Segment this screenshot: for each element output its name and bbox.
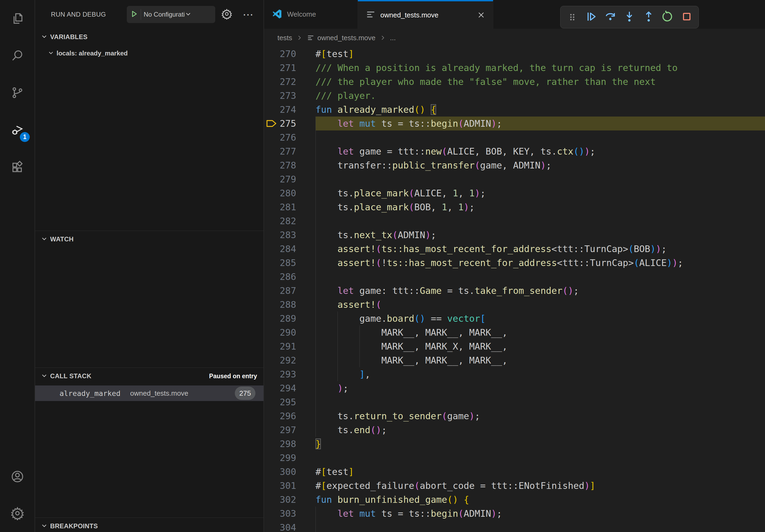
code-line-content[interactable]: /// the player who made the "false" move… <box>316 75 765 89</box>
gutter[interactable]: 290 <box>264 326 316 339</box>
close-icon[interactable] <box>477 11 485 19</box>
gutter[interactable]: 293 <box>264 367 316 381</box>
line-number[interactable]: 271 <box>264 61 316 75</box>
variables-scope-locals[interactable]: locals: already_marked <box>35 46 264 60</box>
line-number[interactable]: 279 <box>264 172 316 186</box>
continue-button[interactable] <box>584 10 598 24</box>
line-number[interactable]: 284 <box>264 242 316 256</box>
code-line-content[interactable] <box>316 131 765 144</box>
code-line-content[interactable]: ts.next_tx(ADMIN); <box>316 228 765 242</box>
code-line-content[interactable] <box>316 270 765 284</box>
gutter[interactable]: 302 <box>264 493 316 507</box>
breakpoints-section-header[interactable]: BREAKPOINTS <box>35 518 264 532</box>
code-line-content[interactable] <box>316 214 765 228</box>
variables-section-header[interactable]: VARIABLES <box>35 29 264 44</box>
gutter[interactable]: 297 <box>264 423 316 437</box>
line-number[interactable]: 288 <box>264 298 316 312</box>
code-line-content[interactable] <box>316 172 765 186</box>
step-out-button[interactable] <box>642 10 656 24</box>
code-line-content[interactable]: let mut ts = ts::begin(ADMIN); <box>316 117 765 131</box>
gutter[interactable]: 275 <box>264 117 316 131</box>
code-line-content[interactable]: fun burn_unfinished_game() { <box>316 493 765 507</box>
code-line-content[interactable]: assert!(ts::has_most_recent_for_address<… <box>316 242 765 256</box>
gutter[interactable]: 270 <box>264 47 316 61</box>
code-line-content[interactable]: #[test] <box>316 465 765 479</box>
gutter[interactable]: 277 <box>264 144 316 158</box>
line-number[interactable]: 291 <box>264 339 316 353</box>
gutter[interactable]: 283 <box>264 228 316 242</box>
gutter[interactable]: 287 <box>264 284 316 298</box>
code-line-content[interactable]: /// When a position is already marked, t… <box>316 61 765 75</box>
line-number[interactable]: 273 <box>264 89 316 103</box>
code-line-content[interactable]: let game = ttt::new(ALICE, BOB, KEY, ts.… <box>316 144 765 158</box>
breadcrumb-item-tests[interactable]: tests <box>278 34 292 42</box>
code-line-content[interactable]: ts.place_mark(ALICE, 1, 1); <box>316 186 765 200</box>
breadcrumb-item-file[interactable]: owned_tests.move <box>318 34 376 42</box>
gutter[interactable]: 294 <box>264 381 316 395</box>
code-line-content[interactable]: let game: ttt::Game = ts.take_from_sende… <box>316 284 765 298</box>
sidebar-item-run-and-debug[interactable]: 1 <box>0 112 35 149</box>
line-number[interactable]: 302 <box>264 493 316 507</box>
code-line-content[interactable]: #[test] <box>316 47 765 61</box>
tab-welcome[interactable]: Welcome <box>264 0 358 29</box>
code-line-content[interactable]: MARK__, MARK__, MARK__, <box>316 353 765 367</box>
line-number[interactable]: 298 <box>264 437 316 451</box>
code-line-content[interactable]: assert!(!ts::has_most_recent_for_address… <box>316 256 765 270</box>
line-number[interactable]: 287 <box>264 284 316 298</box>
line-number[interactable]: 289 <box>264 312 316 326</box>
code-line-content[interactable]: game.board() == vector[ <box>316 312 765 326</box>
debug-configuration-dropdown[interactable]: No Configurations <box>127 6 215 23</box>
line-number[interactable]: 293 <box>264 367 316 381</box>
gutter[interactable]: 285 <box>264 256 316 270</box>
sidebar-item-explorer[interactable] <box>0 0 35 37</box>
line-number[interactable]: 303 <box>264 507 316 520</box>
line-number[interactable]: 290 <box>264 326 316 339</box>
gutter[interactable]: 276 <box>264 131 316 144</box>
code-line-content[interactable]: ts.return_to_sender(game); <box>316 409 765 423</box>
watch-section-header[interactable]: WATCH <box>35 231 264 246</box>
code-line-content[interactable]: transfer::public_transfer(game, ADMIN); <box>316 158 765 172</box>
gutter[interactable]: 303 <box>264 507 316 520</box>
start-debugging-icon[interactable] <box>130 9 139 20</box>
step-into-button[interactable] <box>622 10 636 24</box>
views-more-actions-button[interactable]: ⋯ <box>243 0 253 29</box>
line-number[interactable]: 297 <box>264 423 316 437</box>
line-number[interactable]: 300 <box>264 465 316 479</box>
gutter[interactable]: 281 <box>264 200 316 214</box>
account-button[interactable] <box>0 459 35 495</box>
line-number[interactable]: 282 <box>264 214 316 228</box>
gutter[interactable]: 279 <box>264 172 316 186</box>
gutter[interactable]: 291 <box>264 339 316 353</box>
code-line-content[interactable] <box>316 520 765 532</box>
step-over-button[interactable] <box>603 10 617 24</box>
call-stack-section-header[interactable]: CALL STACK Paused on entry <box>35 368 264 383</box>
code-line-content[interactable]: MARK__, MARK_X, MARK__, <box>316 339 765 353</box>
line-number[interactable]: 272 <box>264 75 316 89</box>
gutter[interactable]: 280 <box>264 186 316 200</box>
line-number[interactable]: 281 <box>264 200 316 214</box>
code-area[interactable]: 270#[test]271/// When a position is alre… <box>264 47 765 532</box>
line-number[interactable]: 285 <box>264 256 316 270</box>
restart-button[interactable] <box>661 10 675 24</box>
code-line-content[interactable]: assert!( <box>316 298 765 312</box>
breadcrumb-item-symbol[interactable]: ... <box>390 34 396 42</box>
gutter[interactable]: 300 <box>264 465 316 479</box>
code-line-content[interactable]: /// player. <box>316 89 765 103</box>
code-line-content[interactable]: ], <box>316 367 765 381</box>
stop-button[interactable] <box>680 10 694 24</box>
open-launch-json-button[interactable] <box>221 0 232 29</box>
line-number[interactable]: 294 <box>264 381 316 395</box>
line-number[interactable]: 278 <box>264 158 316 172</box>
code-line-content[interactable]: let mut ts = ts::begin(ADMIN); <box>316 507 765 520</box>
gutter[interactable]: 278 <box>264 158 316 172</box>
code-line-content[interactable]: } <box>316 437 765 451</box>
line-number[interactable]: 296 <box>264 409 316 423</box>
gutter[interactable]: 273 <box>264 89 316 103</box>
sidebar-item-source-control[interactable] <box>0 75 35 112</box>
code-line-content[interactable]: MARK__, MARK__, MARK__, <box>316 326 765 339</box>
gutter[interactable]: 284 <box>264 242 316 256</box>
sidebar-item-extensions[interactable] <box>0 149 35 186</box>
line-number[interactable]: 276 <box>264 131 316 144</box>
gutter[interactable]: 299 <box>264 451 316 465</box>
line-number[interactable]: 301 <box>264 479 316 493</box>
